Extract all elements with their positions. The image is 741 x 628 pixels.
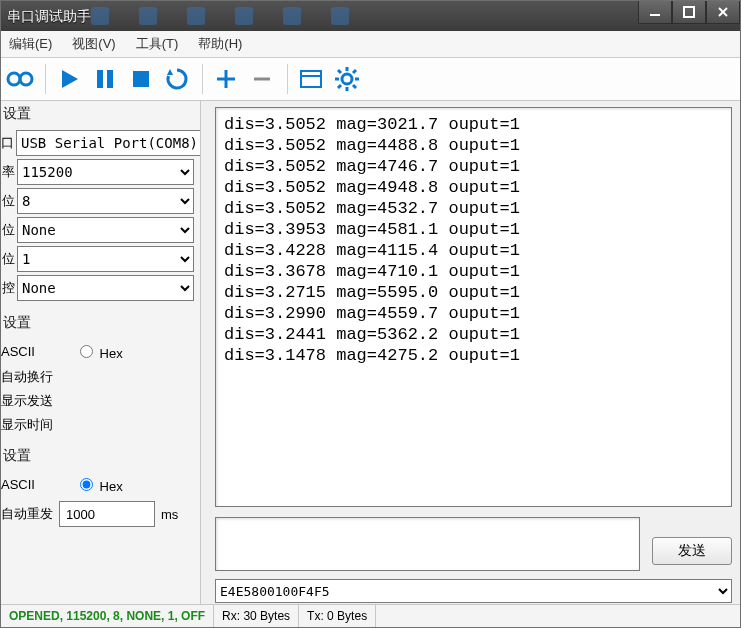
svg-rect-9 (133, 71, 149, 87)
send-ascii-radio[interactable]: ASCII (1, 477, 35, 492)
svg-rect-14 (301, 71, 321, 87)
play-button[interactable] (52, 62, 86, 96)
output-textarea[interactable]: dis=3.5052 mag=3021.7 ouput=1 dis=3.5052… (215, 107, 732, 507)
recv-settings-title: 设置 (1, 312, 194, 336)
main-body: 设置 口 USB Serial Port(COM8) 率 115200 位 8 … (1, 101, 740, 607)
stopbits-select[interactable]: 1 (17, 246, 194, 272)
minimize-button[interactable] (638, 1, 672, 24)
baud-select[interactable]: 115200 (17, 159, 194, 185)
svg-rect-0 (650, 14, 660, 16)
svg-line-23 (353, 70, 356, 73)
flow-label: 控 (1, 279, 17, 297)
title-bar: 串口调试助手 (1, 1, 740, 31)
showsend-checkbox[interactable]: 显示发送 (1, 389, 194, 413)
svg-point-4 (8, 73, 20, 85)
window-title: 串口调试助手 (1, 1, 91, 31)
port-settings-title: 设置 (1, 103, 194, 127)
svg-marker-6 (62, 70, 78, 88)
svg-point-5 (20, 73, 32, 85)
window-controls (638, 1, 740, 23)
svg-rect-7 (97, 70, 103, 88)
svg-point-16 (342, 74, 352, 84)
menu-help[interactable]: 帮助(H) (194, 32, 246, 56)
app-window: 串口调试助手 编辑(E) 视图(V) 工具(T) 帮助(H) (0, 0, 741, 628)
send-button[interactable]: 发送 (652, 537, 732, 565)
remove-button[interactable] (245, 62, 279, 96)
stopbits-label: 位 (1, 250, 17, 268)
menu-bar: 编辑(E) 视图(V) 工具(T) 帮助(H) (1, 31, 740, 58)
refresh-button[interactable] (160, 62, 194, 96)
pause-button[interactable] (88, 62, 122, 96)
add-button[interactable] (209, 62, 243, 96)
port-select[interactable]: USB Serial Port(COM8) (16, 130, 201, 156)
link-icon[interactable] (3, 62, 37, 96)
status-tx: Tx: 0 Bytes (299, 605, 376, 627)
menu-view[interactable]: 视图(V) (68, 32, 119, 56)
recv-hex-radio[interactable]: Hex (75, 342, 123, 361)
autorepeat-row: 自动重发 ms (1, 498, 194, 530)
interval-unit: ms (161, 507, 178, 522)
menu-tool[interactable]: 工具(T) (132, 32, 183, 56)
toolbar (1, 58, 740, 101)
stop-button[interactable] (124, 62, 158, 96)
status-rx: Rx: 30 Bytes (214, 605, 299, 627)
svg-rect-1 (684, 7, 694, 17)
baud-label: 率 (1, 163, 17, 181)
taskbar-ghost-icons (91, 1, 349, 31)
hex-history-select[interactable]: E4E5800100F4F5 (215, 579, 732, 603)
svg-line-24 (338, 85, 341, 88)
autorepeat-label[interactable]: 自动重发 (1, 505, 53, 523)
recv-ascii-radio[interactable]: ASCII (1, 344, 35, 359)
svg-marker-10 (167, 69, 173, 75)
databits-select[interactable]: 8 (17, 188, 194, 214)
left-panel: 设置 口 USB Serial Port(COM8) 率 115200 位 8 … (1, 101, 201, 607)
databits-label: 位 (1, 192, 17, 210)
send-hex-radio[interactable]: Hex (75, 475, 123, 494)
svg-line-22 (353, 85, 356, 88)
send-input[interactable] (215, 517, 640, 571)
svg-rect-8 (107, 70, 113, 88)
menu-edit[interactable]: 编辑(E) (5, 32, 56, 56)
send-settings-title: 设置 (1, 445, 194, 469)
status-connection: OPENED, 115200, 8, NONE, 1, OFF (1, 605, 214, 627)
showtime-checkbox[interactable]: 显示时间 (1, 413, 194, 437)
close-button[interactable] (706, 1, 740, 24)
flow-select[interactable]: None (17, 275, 194, 301)
autowrap-checkbox[interactable]: 自动换行 (1, 365, 194, 389)
parity-select[interactable]: None (17, 217, 194, 243)
right-panel: dis=3.5052 mag=3021.7 ouput=1 dis=3.5052… (201, 101, 740, 607)
maximize-button[interactable] (672, 1, 706, 24)
settings-icon[interactable] (330, 62, 364, 96)
port-label: 口 (1, 134, 16, 152)
svg-line-21 (338, 70, 341, 73)
interval-input[interactable] (59, 501, 155, 527)
window-icon[interactable] (294, 62, 328, 96)
status-bar: OPENED, 115200, 8, NONE, 1, OFF Rx: 30 B… (1, 604, 740, 627)
send-row: 发送 (215, 517, 732, 571)
hex-history-row: E4E5800100F4F5 (215, 579, 732, 603)
parity-label: 位 (1, 221, 17, 239)
